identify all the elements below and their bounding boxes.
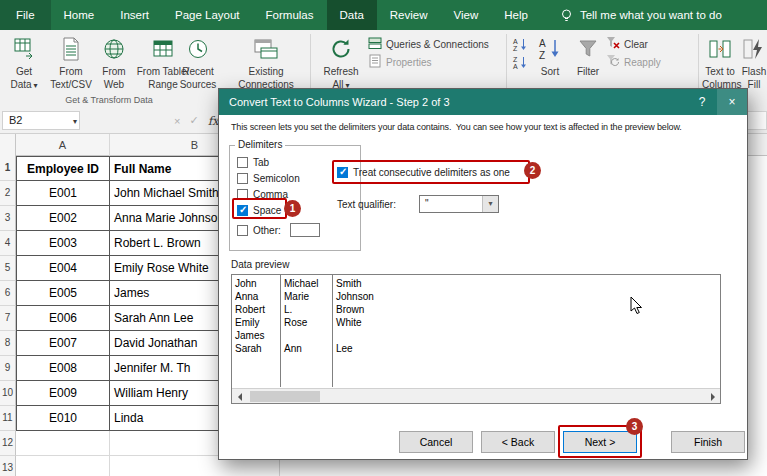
queries-connections-button[interactable]: Queries & Connections bbox=[368, 36, 489, 52]
sort-descending-button[interactable]: ZA bbox=[511, 54, 529, 70]
name-box-caret-icon[interactable] bbox=[71, 112, 77, 130]
text-to-columns-icon bbox=[702, 33, 738, 65]
delimiter-checkbox-semicolon[interactable] bbox=[237, 173, 248, 184]
preview-hscrollbar[interactable] bbox=[232, 388, 720, 403]
delimiter-option-tab[interactable]: Tab bbox=[237, 155, 269, 169]
cell-A7[interactable]: E006 bbox=[16, 306, 110, 331]
cell-A6[interactable]: E005 bbox=[16, 281, 110, 306]
clear-filter-button[interactable]: Clear bbox=[606, 36, 648, 52]
refresh-all-button[interactable]: Refresh All bbox=[318, 33, 364, 93]
annotation-badge-1: 1 bbox=[284, 200, 301, 217]
dialog-help-button[interactable]: ? bbox=[687, 89, 717, 115]
properties-button[interactable]: Properties bbox=[368, 54, 432, 70]
row-header-8[interactable]: 8 bbox=[0, 331, 16, 356]
preview-cell: White bbox=[332, 317, 362, 330]
column-break-line[interactable] bbox=[332, 275, 333, 387]
finish-button[interactable]: Finish bbox=[671, 431, 745, 453]
preview-row: SarahAnnLee bbox=[232, 343, 720, 356]
cell-A13[interactable] bbox=[16, 456, 110, 476]
formula-enter-icon[interactable]: ✓ bbox=[189, 114, 198, 127]
ribbon-tab-view[interactable]: View bbox=[441, 0, 492, 30]
existing-connections-icon bbox=[238, 33, 294, 65]
row-header-12[interactable]: 12 bbox=[0, 431, 16, 456]
cell-A3[interactable]: E002 bbox=[16, 206, 110, 231]
reapply-filter-button[interactable]: Reapply bbox=[606, 54, 661, 70]
text-to-columns-button[interactable]: Text to Columns bbox=[702, 33, 738, 93]
ribbon-tab-help[interactable]: Help bbox=[491, 0, 541, 30]
cell-A4[interactable]: E003 bbox=[16, 231, 110, 256]
row-header-7[interactable]: 7 bbox=[0, 306, 16, 331]
dropdown-caret-icon bbox=[32, 79, 38, 90]
row-header-4[interactable]: 4 bbox=[0, 231, 16, 256]
preview-cell: Sarah bbox=[235, 343, 280, 356]
preview-cell: Robert bbox=[235, 304, 280, 317]
cell-A8[interactable]: E007 bbox=[16, 331, 110, 356]
delimiter-checkbox-tab[interactable] bbox=[237, 157, 248, 168]
row-header-13[interactable]: 13 bbox=[0, 456, 16, 476]
cancel-button[interactable]: Cancel bbox=[399, 431, 473, 453]
cell-A10[interactable]: E009 bbox=[16, 381, 110, 406]
filter-button[interactable]: Filter bbox=[570, 33, 606, 93]
cell-A2[interactable]: E001 bbox=[16, 181, 110, 206]
back-button[interactable]: < Back bbox=[481, 431, 555, 453]
row-header-9[interactable]: 9 bbox=[0, 356, 16, 381]
tell-me-box[interactable]: Tell me what you want to do bbox=[559, 8, 722, 23]
row-header-1[interactable]: 1 bbox=[0, 156, 16, 181]
row-header-5[interactable]: 5 bbox=[0, 256, 16, 281]
row-header-2[interactable]: 2 bbox=[0, 181, 16, 206]
select-all-corner[interactable] bbox=[0, 134, 16, 156]
combo-dropdown-icon[interactable] bbox=[482, 196, 498, 212]
dialog-title: Convert Text to Columns Wizard - Step 2 … bbox=[229, 96, 450, 108]
preview-cell: Lee bbox=[332, 343, 353, 356]
flash-fill-icon bbox=[740, 33, 767, 65]
cell-A1[interactable]: Employee ID bbox=[16, 156, 110, 181]
column-break-line[interactable] bbox=[280, 275, 281, 387]
delimiters-group-label: Delimiters bbox=[235, 139, 285, 150]
cell-A12[interactable] bbox=[16, 431, 110, 456]
ribbon-tab-file[interactable]: File bbox=[0, 0, 51, 30]
annotation-box-2 bbox=[332, 160, 530, 184]
cell-A11[interactable]: E010 bbox=[16, 406, 110, 431]
row-header-10[interactable]: 10 bbox=[0, 381, 16, 406]
reapply-filter-icon bbox=[606, 54, 620, 70]
ribbon-tab-home[interactable]: Home bbox=[51, 0, 108, 30]
delimiter-option-semicolon[interactable]: Semicolon bbox=[237, 171, 300, 185]
dialog-title-bar[interactable]: Convert Text to Columns Wizard - Step 2 … bbox=[219, 89, 747, 115]
name-box[interactable]: B2 bbox=[2, 111, 80, 130]
get-data-button[interactable]: Get Data bbox=[2, 33, 46, 93]
group-label-get-transform: Get & Transform Data bbox=[0, 95, 218, 105]
text-qualifier-combobox[interactable]: " bbox=[419, 195, 499, 213]
preview-row: EmilyRoseWhite bbox=[232, 317, 720, 330]
delimiter-checkbox-other[interactable] bbox=[237, 225, 248, 236]
scroll-right-button[interactable] bbox=[706, 390, 720, 403]
preview-cell: Johnson bbox=[332, 291, 374, 304]
ribbon-tab-review[interactable]: Review bbox=[377, 0, 441, 30]
dialog-close-button[interactable]: × bbox=[717, 89, 747, 115]
annotation-box-1 bbox=[232, 198, 287, 219]
from-web-button[interactable]: From Web bbox=[96, 33, 132, 93]
from-text-csv-button[interactable]: From Text/CSV bbox=[48, 33, 94, 93]
sort-button[interactable]: AZ Sort bbox=[532, 33, 568, 93]
convert-text-to-columns-dialog: Convert Text to Columns Wizard - Step 2 … bbox=[218, 88, 748, 460]
scroll-thumb[interactable] bbox=[250, 391, 320, 402]
delimiter-option-other[interactable]: Other: bbox=[237, 223, 320, 237]
cell-A5[interactable]: E004 bbox=[16, 256, 110, 281]
formula-cancel-icon[interactable]: × bbox=[174, 115, 180, 127]
lightbulb-icon bbox=[559, 8, 574, 23]
row-header-11[interactable]: 11 bbox=[0, 406, 16, 431]
dialog-description: This screen lets you set the delimiters … bbox=[231, 122, 682, 132]
row-header-6[interactable]: 6 bbox=[0, 281, 16, 306]
ribbon-tab-data[interactable]: Data bbox=[327, 0, 377, 30]
ribbon-tab-insert[interactable]: Insert bbox=[107, 0, 162, 30]
other-delimiter-input[interactable] bbox=[290, 223, 320, 237]
cell-A9[interactable]: E008 bbox=[16, 356, 110, 381]
ribbon-tab-page-layout[interactable]: Page Layout bbox=[162, 0, 253, 30]
row-header-3[interactable]: 3 bbox=[0, 206, 16, 231]
scroll-left-button[interactable] bbox=[232, 390, 246, 403]
sort-ascending-button[interactable]: AZ bbox=[511, 36, 529, 52]
existing-connections-button[interactable]: Existing Connections bbox=[238, 33, 294, 93]
ribbon-tab-formulas[interactable]: Formulas bbox=[253, 0, 327, 30]
flash-fill-button[interactable]: Flash Fill bbox=[740, 33, 767, 93]
recent-sources-button[interactable]: Recent Sources bbox=[178, 33, 218, 93]
column-header-A[interactable]: A bbox=[16, 134, 110, 156]
